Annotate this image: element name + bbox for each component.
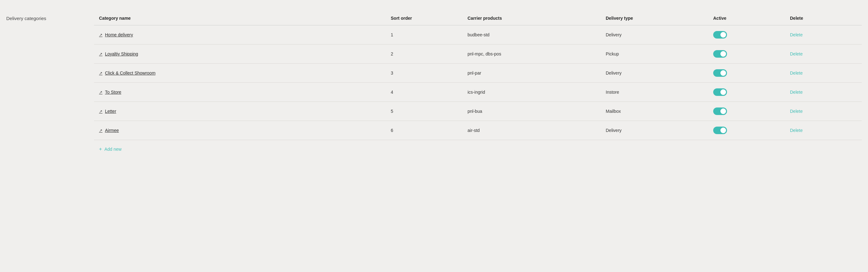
delete-button[interactable]: Delete — [790, 51, 803, 56]
table-header-row: Category name Sort order Carrier product… — [94, 12, 862, 25]
cell-carrier-products: pnl-bua — [463, 102, 601, 121]
cell-delete: Delete — [785, 64, 862, 83]
category-name-text: Letter — [105, 109, 116, 114]
cell-carrier-products: pnl-par — [463, 64, 601, 83]
category-link[interactable]: ↗To Store — [99, 90, 381, 95]
sidebar: Delivery categories — [0, 12, 88, 158]
sidebar-title: Delivery categories — [6, 16, 46, 21]
toggle-slider — [713, 31, 727, 38]
main-content: Category name Sort order Carrier product… — [88, 12, 868, 158]
active-toggle[interactable] — [713, 108, 727, 115]
arrow-icon: ↗ — [99, 71, 102, 75]
col-header-category-name: Category name — [94, 12, 386, 25]
page-container: Delivery categories Category name Sort o… — [0, 9, 868, 161]
delivery-categories-table: Category name Sort order Carrier product… — [94, 12, 862, 140]
table-row: ↗To Store4ics-ingridInstoreDelete — [94, 83, 862, 102]
toggle-slider — [713, 69, 727, 77]
cell-delivery-type: Delivery — [601, 25, 708, 44]
cell-carrier-products: ics-ingrid — [463, 83, 601, 102]
col-header-delete: Delete — [785, 12, 862, 25]
cell-delivery-type: Delivery — [601, 64, 708, 83]
cell-carrier-products: air-std — [463, 121, 601, 140]
plus-icon: + — [99, 146, 102, 152]
toggle-slider — [713, 50, 727, 58]
cell-carrier-products: pnl-mpc, dbs-pos — [463, 44, 601, 64]
active-toggle[interactable] — [713, 31, 727, 38]
category-name-text: Airmee — [105, 128, 119, 133]
cell-sort-order: 6 — [386, 121, 463, 140]
cell-delivery-type: Mailbox — [601, 102, 708, 121]
col-header-active: Active — [708, 12, 785, 25]
cell-category-name: ↗Click & Collect Showroom — [94, 64, 386, 83]
cell-sort-order: 1 — [386, 25, 463, 44]
category-link[interactable]: ↗Airmee — [99, 128, 381, 133]
delete-button[interactable]: Delete — [790, 32, 803, 37]
col-header-carrier-products: Carrier products — [463, 12, 601, 25]
delete-button[interactable]: Delete — [790, 90, 803, 95]
toggle-slider — [713, 88, 727, 96]
category-name-text: Loyaltiy Shipping — [105, 51, 138, 56]
cell-delete: Delete — [785, 44, 862, 64]
add-new-label: Add new — [104, 147, 121, 152]
table-row: ↗Airmee6air-stdDeliveryDelete — [94, 121, 862, 140]
arrow-icon: ↗ — [99, 33, 102, 37]
cell-sort-order: 2 — [386, 44, 463, 64]
category-name-text: To Store — [105, 90, 121, 95]
cell-sort-order: 5 — [386, 102, 463, 121]
cell-delivery-type: Delivery — [601, 121, 708, 140]
active-toggle[interactable] — [713, 50, 727, 58]
table-row: ↗Home delivery1budbee-stdDeliveryDelete — [94, 25, 862, 44]
arrow-icon: ↗ — [99, 90, 102, 95]
category-link[interactable]: ↗Click & Collect Showroom — [99, 70, 381, 75]
cell-carrier-products: budbee-std — [463, 25, 601, 44]
cell-active — [708, 44, 785, 64]
cell-delete: Delete — [785, 121, 862, 140]
active-toggle[interactable] — [713, 69, 727, 77]
cell-sort-order: 4 — [386, 83, 463, 102]
cell-delete: Delete — [785, 83, 862, 102]
cell-category-name: ↗To Store — [94, 83, 386, 102]
cell-active — [708, 121, 785, 140]
active-toggle[interactable] — [713, 88, 727, 96]
add-new-row[interactable]: + Add new — [94, 140, 862, 158]
cell-category-name: ↗Loyaltiy Shipping — [94, 44, 386, 64]
arrow-icon: ↗ — [99, 128, 102, 133]
category-name-text: Click & Collect Showroom — [105, 70, 155, 75]
cell-active — [708, 83, 785, 102]
category-link[interactable]: ↗Letter — [99, 109, 381, 114]
cell-delete: Delete — [785, 102, 862, 121]
cell-delete: Delete — [785, 25, 862, 44]
cell-category-name: ↗Home delivery — [94, 25, 386, 44]
cell-active — [708, 64, 785, 83]
delete-button[interactable]: Delete — [790, 109, 803, 114]
arrow-icon: ↗ — [99, 52, 102, 56]
delete-button[interactable]: Delete — [790, 128, 803, 133]
cell-active — [708, 102, 785, 121]
cell-category-name: ↗Airmee — [94, 121, 386, 140]
cell-category-name: ↗Letter — [94, 102, 386, 121]
category-link[interactable]: ↗Loyaltiy Shipping — [99, 51, 381, 56]
cell-active — [708, 25, 785, 44]
category-link[interactable]: ↗Home delivery — [99, 32, 381, 37]
arrow-icon: ↗ — [99, 109, 102, 114]
table-row: ↗Click & Collect Showroom3pnl-parDeliver… — [94, 64, 862, 83]
toggle-slider — [713, 108, 727, 115]
cell-delivery-type: Instore — [601, 83, 708, 102]
cell-sort-order: 3 — [386, 64, 463, 83]
col-header-sort-order: Sort order — [386, 12, 463, 25]
delete-button[interactable]: Delete — [790, 70, 803, 75]
active-toggle[interactable] — [713, 127, 727, 134]
category-name-text: Home delivery — [105, 32, 133, 37]
table-container: Category name Sort order Carrier product… — [94, 12, 862, 158]
cell-delivery-type: Pickup — [601, 44, 708, 64]
toggle-slider — [713, 127, 727, 134]
col-header-delivery-type: Delivery type — [601, 12, 708, 25]
table-row: ↗Loyaltiy Shipping2pnl-mpc, dbs-posPicku… — [94, 44, 862, 64]
table-row: ↗Letter5pnl-buaMailboxDelete — [94, 102, 862, 121]
